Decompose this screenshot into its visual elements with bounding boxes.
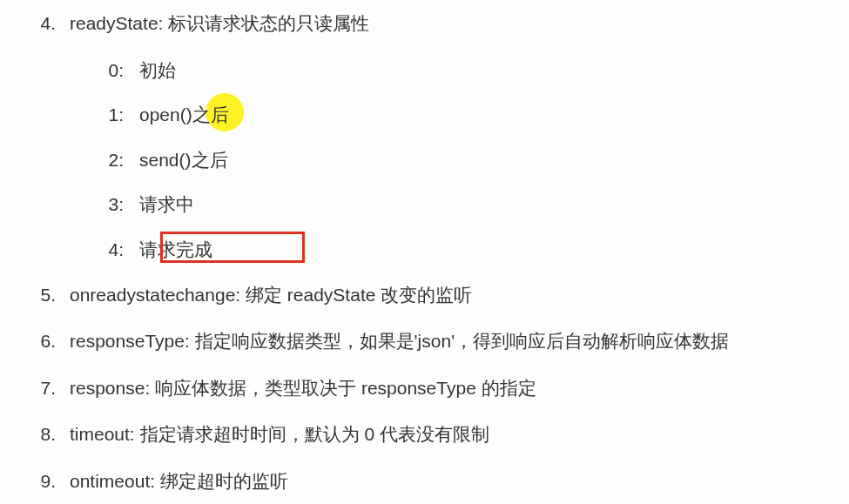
sub-item-3: 3: 请求中 bbox=[70, 190, 823, 219]
property-desc: 指定响应数据类型，如果是'json'，得到响应后自动解析响应体数据 bbox=[195, 331, 730, 351]
item-content: ontimeout: 绑定超时的监听 bbox=[70, 467, 823, 496]
property-desc: 绑定超时的监听 bbox=[160, 471, 288, 491]
item-number: 5. bbox=[26, 280, 70, 310]
item-content: timeout: 指定请求超时时间，默认为 0 代表没有限制 bbox=[70, 420, 823, 449]
item-content: readyState: 标识请求状态的只读属性 bbox=[70, 9, 823, 38]
sub-item-0: 0: 初始 bbox=[70, 56, 823, 85]
sub-item-2: 2: send()之后 bbox=[70, 145, 823, 175]
property-desc: 标识请求状态的只读属性 bbox=[168, 13, 369, 33]
property-label: ontimeout: bbox=[70, 471, 155, 491]
property-label: responseType: bbox=[70, 331, 190, 351]
property-desc: 指定请求超时时间，默认为 0 代表没有限制 bbox=[140, 424, 489, 444]
property-desc: 响应体数据，类型取决于 responseType 的指定 bbox=[155, 378, 536, 398]
sub-item-1: 1: open()之后 bbox=[70, 100, 823, 130]
item-number: 8. bbox=[26, 420, 70, 449]
sub-number: 1: bbox=[70, 100, 139, 130]
item-content: onreadystatechange: 绑定 readyState 改变的监听 bbox=[70, 280, 823, 310]
list-item-7: 7. response: 响应体数据，类型取决于 responseType 的指… bbox=[26, 373, 823, 403]
red-box-highlight-icon bbox=[160, 232, 305, 263]
item-content: response: 响应体数据，类型取决于 responseType 的指定 bbox=[70, 373, 823, 403]
item-number: 4. bbox=[26, 9, 70, 38]
sub-number: 4: bbox=[70, 235, 139, 265]
sub-text: 请求中 bbox=[139, 190, 823, 219]
property-label: response: bbox=[70, 378, 150, 398]
sub-text: 初始 bbox=[139, 56, 823, 85]
property-label: readyState: bbox=[70, 13, 163, 33]
sub-number: 0: bbox=[70, 56, 139, 85]
property-desc: 绑定 readyState 改变的监听 bbox=[246, 285, 472, 305]
list-item-4: 4. readyState: 标识请求状态的只读属性 bbox=[26, 9, 823, 38]
list-item-8: 8. timeout: 指定请求超时时间，默认为 0 代表没有限制 bbox=[26, 420, 823, 449]
list-item-5: 5. onreadystatechange: 绑定 readyState 改变的… bbox=[26, 280, 823, 310]
list-item-9: 9. ontimeout: 绑定超时的监听 bbox=[26, 467, 823, 496]
sub-item-4: 4: 请求完成 bbox=[70, 235, 823, 265]
item-number: 6. bbox=[26, 326, 70, 356]
item-number: 7. bbox=[26, 373, 70, 403]
list-item-6: 6. responseType: 指定响应数据类型，如果是'json'，得到响应… bbox=[26, 326, 823, 356]
item-number: 9. bbox=[26, 467, 70, 496]
sub-text: open()之后 bbox=[139, 100, 823, 130]
sub-text: send()之后 bbox=[139, 145, 823, 175]
property-label: onreadystatechange: bbox=[70, 285, 240, 305]
sub-list: 0: 初始 1: open()之后 2: send()之后 3: 请求中 4: … bbox=[70, 56, 823, 265]
sub-number: 2: bbox=[70, 145, 139, 175]
property-label: timeout: bbox=[70, 424, 135, 444]
sub-number: 3: bbox=[70, 190, 139, 219]
item-content: responseType: 指定响应数据类型，如果是'json'，得到响应后自动… bbox=[70, 326, 823, 356]
